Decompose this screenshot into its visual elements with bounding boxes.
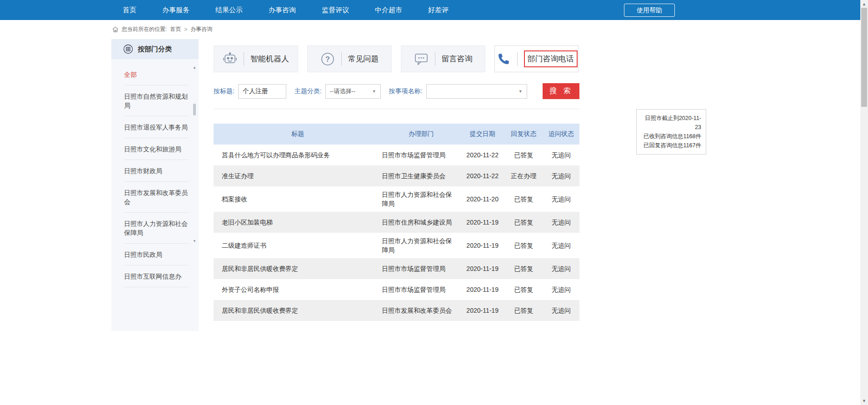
sidebar-title: 按部门分类 <box>138 45 172 54</box>
consultation-table: 标题办理部门提交日期回复状态追问状态 莒县什么地方可以办理商品条形码业务日照市市… <box>214 124 579 321</box>
chevron-down-icon: ▼ <box>519 89 523 94</box>
cell-title[interactable]: 外资子公司名称申报 <box>214 279 382 300</box>
search-button[interactable]: 搜 索 <box>543 83 579 99</box>
cell-date: 2020-11-19 <box>460 233 504 258</box>
question-icon: ? <box>320 52 335 66</box>
stats-line: 日照市截止到2020-11-23 <box>641 114 701 132</box>
help-button[interactable]: 使用帮助 <box>624 4 675 17</box>
sidebar-item[interactable]: 日照市财政局 <box>124 160 189 182</box>
main-content: 智能机器人 ? 常见问题 留 <box>214 45 579 321</box>
tab-label: 智能机器人 <box>250 54 289 64</box>
scroll-down-icon[interactable]: ▼ <box>860 398 868 404</box>
sidebar-item[interactable]: 全部 <box>124 64 189 85</box>
table-row[interactable]: 居民和非居民供暖收费界定日照市发展和改革委员会2020-11-19已答复无追问 <box>214 300 579 321</box>
cell-title[interactable]: 居民和非居民供暖收费界定 <box>214 258 382 279</box>
table-row[interactable]: 档案接收日照市人力资源和社会保障局2020-11-20已答复无追问 <box>214 186 579 212</box>
category-select-value: --请选择-- <box>330 87 355 95</box>
cell-reply-status: 已答复 <box>504 212 543 233</box>
sidebar-item[interactable]: 日照市退役军人事务局 <box>124 116 189 138</box>
page-scrollbar[interactable]: ▲ ▼ <box>860 0 868 405</box>
scroll-down-icon[interactable]: ▼ <box>192 239 197 244</box>
table-row[interactable]: 莒县什么地方可以办理商品条形码业务日照市市场监督管理局2020-11-22已答复… <box>214 145 579 165</box>
nav-item[interactable]: 好差评 <box>428 6 449 15</box>
cell-reply-status: 正在办理 <box>504 165 543 186</box>
divider <box>341 52 342 66</box>
breadcrumb: 您当前所在的位置: 首页 > 办事咨询 <box>112 25 212 33</box>
table-row[interactable]: 居民和非居民供暖收费界定日照市市场监督管理局2020-11-19已答复无追问 <box>214 258 579 279</box>
cell-title[interactable]: 居民和非居民供暖收费界定 <box>214 300 382 321</box>
scroll-up-icon[interactable]: ▲ <box>860 1 868 7</box>
cell-date: 2020-11-19 <box>460 279 504 300</box>
tab-label: 常见问题 <box>348 54 379 64</box>
sidebar-item[interactable]: 日照市文化和旅游局 <box>124 138 189 160</box>
tab-label: 留言咨询 <box>442 54 473 64</box>
svg-text:?: ? <box>325 55 330 63</box>
cell-department: 日照市市场监督管理局 <box>382 145 460 165</box>
tab-smart-robot[interactable]: 智能机器人 <box>214 45 298 72</box>
sidebar-list: 全部日照市自然资源和规划局日照市退役军人事务局日照市文化和旅游局日照市财政局日照… <box>111 59 199 287</box>
cell-date: 2020-11-22 <box>460 165 504 186</box>
breadcrumb-home-link[interactable]: 首页 <box>170 25 181 33</box>
cell-date: 2020-11-19 <box>460 300 504 321</box>
nav-item[interactable]: 结果公示 <box>215 6 243 15</box>
item-name-select[interactable]: ▼ <box>426 84 527 99</box>
sidebar-scrollbar[interactable]: ▲ ▼ <box>192 65 197 244</box>
cell-title[interactable]: 老旧小区加装电梯 <box>214 212 382 233</box>
cell-date: 2020-11-22 <box>460 145 504 165</box>
nav-item[interactable]: 办事服务 <box>162 6 190 15</box>
top-navigation-bar: 首页办事服务结果公示办事咨询监督评议中介超市好差评 使用帮助 <box>0 0 868 20</box>
cell-department: 日照市人力资源和社会保障局 <box>382 233 460 258</box>
cell-title[interactable]: 准生证办理 <box>214 165 382 186</box>
cell-reply-status: 已答复 <box>504 300 543 321</box>
table-row[interactable]: 老旧小区加装电梯日照市住房和城乡建设局2020-11-19已答复无追问 <box>214 212 579 233</box>
sidebar-item[interactable]: 日照市发展和改革委员会 <box>124 182 189 213</box>
category-filter-label: 主题分类: <box>294 87 322 95</box>
stats-line: 已收到咨询信息1168件 <box>641 132 701 141</box>
cell-followup-status: 无追问 <box>543 165 579 186</box>
table-row[interactable]: 准生证办理日照市卫生健康委员会2020-11-22正在办理无追问 <box>214 165 579 186</box>
sidebar-item[interactable]: 日照市人力资源和社会保障局 <box>124 213 189 244</box>
cell-title[interactable]: 档案接收 <box>214 186 382 212</box>
column-header: 提交日期 <box>460 124 504 145</box>
breadcrumb-prefix: 您当前所在的位置: <box>122 25 167 33</box>
column-header: 追问状态 <box>543 124 579 145</box>
nav-item[interactable]: 监督评议 <box>322 6 349 15</box>
cell-reply-status: 已答复 <box>504 279 543 300</box>
cell-reply-status: 已答复 <box>504 258 543 279</box>
cell-department: 日照市住房和城乡建设局 <box>382 212 460 233</box>
table-header-row: 标题办理部门提交日期回复状态追问状态 <box>214 124 579 145</box>
nav-item[interactable]: 首页 <box>123 6 136 15</box>
cell-title[interactable]: 莒县什么地方可以办理商品条形码业务 <box>214 145 382 165</box>
cell-followup-status: 无追问 <box>543 300 579 321</box>
cell-followup-status: 无追问 <box>543 212 579 233</box>
sidebar-item[interactable]: 日照市民政局 <box>124 244 189 265</box>
cell-title[interactable]: 二级建造师证书 <box>214 233 382 258</box>
cell-followup-status: 无追问 <box>543 279 579 300</box>
cell-department: 日照市卫生健康委员会 <box>382 165 460 186</box>
breadcrumb-separator: > <box>184 26 187 33</box>
robot-icon <box>223 52 237 66</box>
table-row[interactable]: 二级建造师证书日照市人力资源和社会保障局2020-11-19已答复无追问 <box>214 233 579 258</box>
nav-item[interactable]: 办事咨询 <box>269 6 296 15</box>
table-body: 莒县什么地方可以办理商品条形码业务日照市市场监督管理局2020-11-22已答复… <box>214 145 579 321</box>
item-filter-label: 按事项名称: <box>389 87 423 95</box>
sidebar-scrollbar-thumb[interactable] <box>193 104 196 115</box>
stats-line: 已回复咨询信息1167件 <box>641 141 701 150</box>
category-select[interactable]: --请选择-- ▼ <box>325 84 381 99</box>
tab-message-consult[interactable]: 留言咨询 <box>401 45 485 72</box>
phone-icon <box>496 52 511 66</box>
title-search-input[interactable] <box>238 84 286 99</box>
consult-channel-tabs: 智能机器人 ? 常见问题 留 <box>214 45 579 72</box>
tab-faq[interactable]: ? 常见问题 <box>307 45 392 72</box>
scroll-up-icon[interactable]: ▲ <box>192 65 197 70</box>
sidebar-item[interactable]: 日照市自然资源和规划局 <box>124 85 189 116</box>
page-scrollbar-thumb[interactable] <box>861 8 867 107</box>
tab-label: 部门咨询电话 <box>524 50 578 67</box>
cell-department: 日照市市场监督管理局 <box>382 279 460 300</box>
tab-department-phone[interactable]: 部门咨询电话 <box>494 45 579 72</box>
department-sidebar: 按部门分类 全部日照市自然资源和规划局日照市退役军人事务局日照市文化和旅游局日照… <box>111 39 199 331</box>
nav-item[interactable]: 中介超市 <box>375 6 402 15</box>
department-category-icon <box>123 44 133 54</box>
sidebar-item[interactable]: 日照市互联网信息办 <box>124 265 189 287</box>
table-row[interactable]: 外资子公司名称申报日照市市场监督管理局2020-11-19已答复无追问 <box>214 279 579 300</box>
